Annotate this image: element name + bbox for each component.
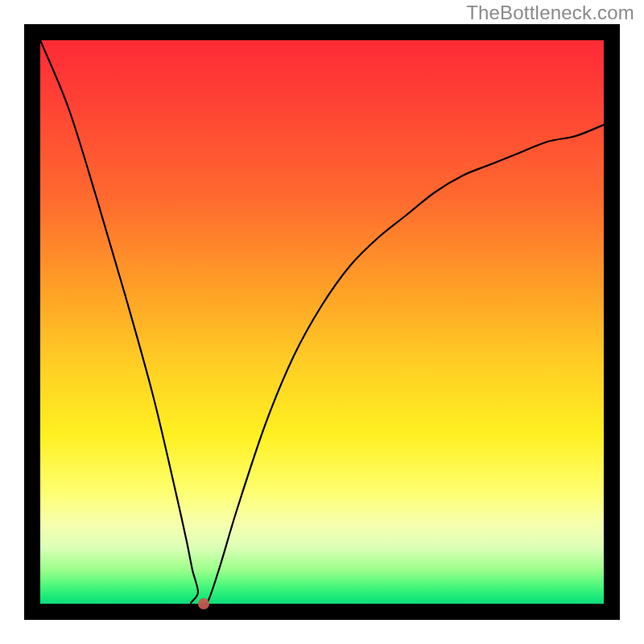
- minimum-marker: [198, 598, 209, 609]
- watermark-text: TheBottleneck.com: [466, 2, 634, 24]
- chart-container: TheBottleneck.com: [0, 0, 644, 644]
- plot-gradient-area: [40, 40, 604, 604]
